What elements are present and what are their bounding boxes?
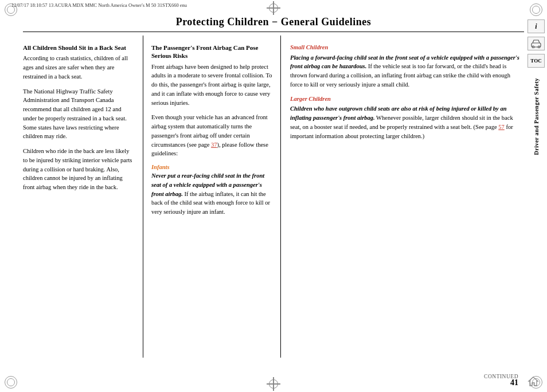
toc-label: TOC bbox=[530, 58, 541, 64]
file-info-text: 12/07/17 18:10:57 13 ACURA MDX MMC North… bbox=[11, 2, 187, 8]
infants-text: Never put a rear-facing child seat in th… bbox=[151, 171, 272, 217]
left-para1: According to crash statistics, children … bbox=[23, 54, 134, 81]
top-file-info-bar: 12/07/17 18:10:57 13 ACURA MDX MMC North… bbox=[0, 2, 547, 8]
small-children-text: Placing a forward-facing child seat in t… bbox=[290, 53, 519, 89]
left-para3: Children who ride in the back are less l… bbox=[23, 147, 134, 192]
main-content: All Children Should Sit in a Back Seat A… bbox=[23, 36, 519, 358]
page-container: 12/07/17 18:10:57 13 ACURA MDX MMC North… bbox=[0, 0, 547, 392]
sidebar-info-icon[interactable]: i bbox=[528, 19, 545, 33]
sidebar-section-label: Driver and Passenger Safety bbox=[533, 78, 540, 155]
page-title: Protecting Children − General Guidelines bbox=[0, 16, 547, 28]
title-rule bbox=[23, 32, 524, 32]
home-icon[interactable] bbox=[528, 376, 539, 387]
left-heading: All Children Should Sit in a Back Seat bbox=[23, 44, 134, 52]
right-sidebar: i TOC Driver and Passenger Safety bbox=[525, 16, 547, 360]
page-number: 41 bbox=[510, 378, 518, 387]
left-para2: The National Highway Traffic Safety Admi… bbox=[23, 87, 134, 142]
larger-children-text: Children who have outgrown child seats a… bbox=[290, 104, 519, 140]
center-cross-bottom bbox=[267, 377, 280, 391]
middle-heading: The Passenger's Front Airbag Can Pose Se… bbox=[151, 44, 272, 60]
corner-decoration-bl bbox=[5, 376, 17, 389]
svg-rect-0 bbox=[532, 43, 541, 47]
small-children-heading: Small Children bbox=[290, 44, 519, 52]
middle-para1: Front airbags have been designed to help… bbox=[151, 62, 272, 108]
page-57-link[interactable]: 57 bbox=[498, 124, 505, 130]
page-37-link[interactable]: 37 bbox=[211, 142, 217, 148]
middle-para2: Even though your vehicle has an advanced… bbox=[151, 113, 272, 158]
sidebar-toc-button[interactable]: TOC bbox=[528, 54, 545, 68]
column-left: All Children Should Sit in a Back Seat A… bbox=[23, 36, 143, 358]
sidebar-car-icon[interactable] bbox=[528, 37, 545, 50]
column-right: Small Children Placing a forward-facing … bbox=[281, 36, 519, 358]
column-middle: The Passenger's Front Airbag Can Pose Se… bbox=[143, 36, 281, 358]
larger-children-heading: Larger Children bbox=[290, 95, 519, 104]
infants-subheading: Infants bbox=[151, 164, 272, 170]
